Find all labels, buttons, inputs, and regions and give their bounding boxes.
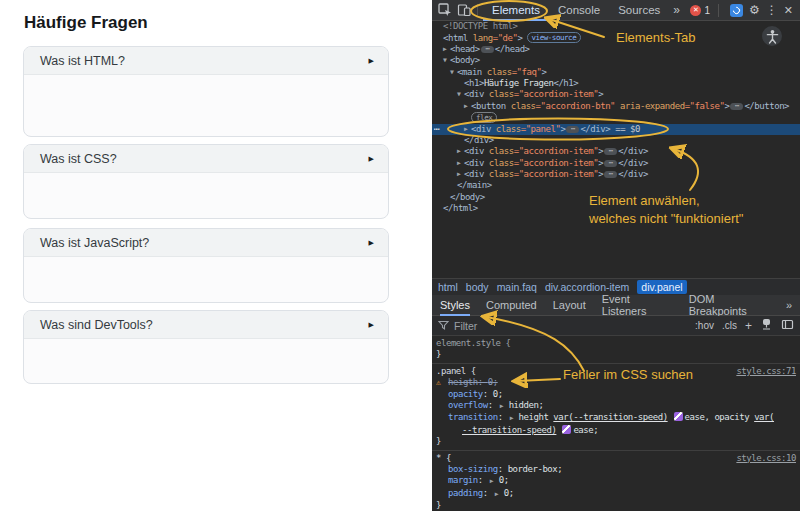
expand-arrow-icon[interactable]: ▶ (457, 169, 464, 180)
device-toolbar-icon[interactable] (456, 2, 472, 18)
expand-value-arrow-icon[interactable]: ▶ (508, 414, 519, 422)
dom-tree-node[interactable]: <!DOCTYPE html> (432, 21, 800, 32)
breadcrumb-item[interactable]: html (438, 281, 458, 293)
css-property[interactable]: transition: ▶ height var(--transition-sp… (432, 412, 800, 436)
expand-arrow-icon[interactable]: ▶ (464, 101, 471, 112)
chevron-right-icon: ▶ (369, 57, 374, 65)
styles-filter-bar: :hov .cls + (432, 316, 800, 336)
dom-tree-node[interactable]: </div> (432, 135, 800, 146)
styles-tab-dom-breakpoints[interactable]: DOM Breakpoints (689, 295, 770, 316)
css-property[interactable]: margin: ▶ 0; (432, 475, 800, 487)
collapsed-ellipsis-badge[interactable]: ⋯ (604, 171, 617, 178)
element-classes-button[interactable]: .cls (722, 320, 737, 331)
accordion-question-button[interactable]: Was ist JavaScript?▶ (24, 229, 388, 257)
tab-sources[interactable]: Sources (609, 0, 669, 21)
css-selector[interactable]: * { (436, 453, 451, 464)
dom-tree-node[interactable]: <html lang="de">view-source (432, 32, 800, 43)
node-options-dots[interactable]: ⋯ (434, 124, 439, 135)
dom-tree-node[interactable]: ▶<div class="accordion-item">⋯</div> (432, 146, 800, 157)
dom-tree-node[interactable]: flex (432, 112, 800, 123)
toolbar-right-cluster: ✕ 1 ⚙ ⋮ ✕ (690, 4, 795, 17)
close-devtools-icon[interactable]: ✕ (784, 5, 793, 16)
styles-tab-styles[interactable]: Styles (440, 295, 470, 316)
flex-badge[interactable]: flex (471, 112, 497, 123)
css-property[interactable]: overflow: ▶ hidden; (432, 400, 800, 412)
accordion-question-label: Was ist JavaScript? (40, 236, 149, 250)
more-options-icon[interactable]: ⋮ (766, 4, 778, 16)
accordion-question-button[interactable]: Was ist HTML?▶ (24, 47, 388, 75)
pseudo-state-button[interactable]: :hov (695, 320, 714, 331)
expand-arrow-icon[interactable]: ▶ (443, 44, 450, 55)
css-variable-link[interactable]: --transition-speed) (462, 425, 556, 435)
css-property[interactable]: ⚠heigth: 0; (432, 377, 800, 388)
expand-arrow-icon[interactable]: ▶ (457, 158, 464, 169)
tab-console[interactable]: Console (549, 0, 609, 21)
accordion-question-button[interactable]: Was sind DevTools?▶ (24, 311, 388, 339)
bezier-editor-icon[interactable] (562, 425, 571, 434)
stylesheet-link[interactable]: style.css:71 (736, 366, 800, 377)
css-property[interactable]: padding: ▶ 0; (432, 488, 800, 500)
css-rule: element.style {} (432, 336, 800, 364)
css-variable-link[interactable]: var(--transition-speed) (553, 412, 667, 422)
dom-tree-node[interactable]: ▼<body> (432, 55, 800, 66)
breadcrumb-item-selected[interactable]: div.panel (637, 280, 686, 294)
invalid-property-warning-icon: ⚠ (436, 377, 440, 388)
chevron-right-icon: ▶ (369, 321, 374, 329)
error-counter[interactable]: ✕ 1 (690, 5, 710, 16)
collapsed-ellipsis-badge[interactable]: ⋯ (730, 103, 743, 110)
toolbar-divider (477, 4, 478, 17)
dom-tree-node[interactable]: </main> (432, 180, 800, 191)
dom-tree-node[interactable]: ▶<div class="accordion-item">⋯</div> (432, 158, 800, 169)
expand-arrow-icon[interactable]: ▼ (450, 67, 457, 78)
more-panels-button[interactable]: » (669, 3, 684, 17)
settings-gear-icon[interactable]: ⚙ (749, 4, 760, 16)
dom-tree-node[interactable]: </body> (432, 192, 800, 203)
css-property[interactable]: box-sizing: border-box; (432, 464, 800, 475)
dom-tree-node[interactable]: ⋯▶<div class="panel">⋯</div> == $0 (432, 124, 800, 135)
accordion-question-button[interactable]: Was ist CSS?▶ (24, 145, 388, 173)
more-sidebar-tabs-button[interactable]: » (786, 299, 792, 311)
dom-tree-node[interactable]: ▼<div class="accordion-item"> (432, 89, 800, 100)
extension-badge-icon[interactable] (730, 4, 743, 17)
new-style-rule-button[interactable]: + (745, 319, 752, 333)
collapsed-ellipsis-badge[interactable]: ⋯ (481, 46, 494, 53)
styles-pane: element.style {}.panel {style.css:71⚠hei… (432, 336, 800, 511)
error-count: 1 (704, 5, 710, 16)
styles-tab-computed[interactable]: Computed (486, 295, 537, 316)
dom-tree-node[interactable]: ▼<main class="faq"> (432, 67, 800, 78)
bezier-editor-icon[interactable] (674, 412, 683, 421)
computed-sidebar-toggle-icon[interactable] (781, 318, 794, 333)
toolbar-divider (718, 4, 719, 17)
breadcrumb-item[interactable]: div.accordion-item (545, 281, 629, 293)
css-property[interactable]: opacity: 0; (432, 389, 800, 400)
collapsed-ellipsis-badge[interactable]: ⋯ (604, 160, 617, 167)
styles-filter-input[interactable] (454, 320, 604, 332)
collapsed-ellipsis-badge[interactable]: ⋯ (566, 126, 579, 133)
breadcrumb-item[interactable]: main.faq (497, 281, 537, 293)
styles-tab-layout[interactable]: Layout (553, 295, 586, 316)
dom-tree-node[interactable]: ▶<head>⋯</head> (432, 44, 800, 55)
tab-elements[interactable]: Elements (483, 0, 549, 21)
expand-arrow-icon[interactable]: ▼ (443, 55, 450, 66)
dom-tree-node[interactable]: <h1>Häufige Fragen</h1> (432, 78, 800, 89)
breadcrumb-item[interactable]: body (466, 281, 489, 293)
stylesheet-link[interactable]: style.css:10 (736, 453, 800, 464)
styles-tab-event-listeners[interactable]: Event Listeners (602, 295, 673, 316)
view-source-badge[interactable]: view-source (527, 32, 582, 43)
expand-arrow-icon[interactable]: ▶ (457, 146, 464, 157)
dom-tree-node[interactable]: ▶<div class="accordion-item">⋯</div> (432, 169, 800, 180)
expand-value-arrow-icon[interactable]: ▶ (493, 490, 504, 498)
inspect-element-icon[interactable] (437, 2, 453, 18)
collapsed-ellipsis-badge[interactable]: ⋯ (604, 148, 617, 155)
expand-value-arrow-icon[interactable]: ▶ (498, 402, 509, 410)
filter-toolbar-icons: :hov .cls + (695, 318, 794, 333)
dom-tree-node[interactable]: </html> (432, 203, 800, 214)
expand-value-arrow-icon[interactable]: ▶ (488, 477, 499, 485)
expand-arrow-icon[interactable]: ▼ (457, 89, 464, 100)
css-variable-link[interactable]: var( (754, 412, 774, 422)
dom-tree-node[interactable]: ▶<button class="accordion-btn" aria-expa… (432, 101, 800, 112)
css-selector[interactable]: .panel { (436, 366, 476, 377)
expand-arrow-icon[interactable]: ▶ (464, 124, 471, 135)
rendering-emulation-icon[interactable] (760, 318, 773, 333)
css-selector[interactable]: element.style { (436, 338, 511, 349)
